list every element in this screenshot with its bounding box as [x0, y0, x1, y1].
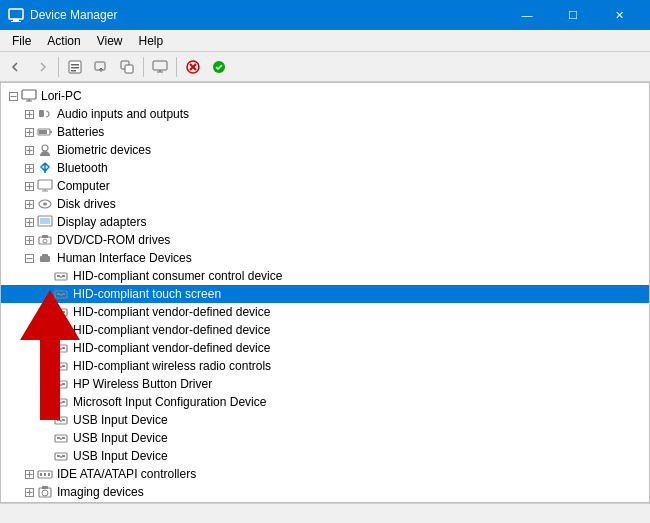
svg-rect-121: [42, 486, 48, 489]
svg-point-80: [60, 330, 62, 332]
svg-rect-79: [62, 329, 65, 331]
hid-device-icon: [53, 394, 69, 410]
scan-button[interactable]: [115, 55, 139, 79]
tree-item-hpwireless[interactable]: HP Wireless Button Driver: [1, 375, 649, 393]
tree-item-biometric[interactable]: Biometric devices: [1, 141, 649, 159]
tree-label-imaging: Imaging devices: [57, 485, 144, 499]
tree-item-bluetooth[interactable]: Bluetooth: [1, 159, 649, 177]
tree-item-usb1[interactable]: USB Input Device: [1, 411, 649, 429]
tree-item-dvd[interactable]: DVD/CD-ROM drives: [1, 231, 649, 249]
tree-item-msconfig[interactable]: Microsoft Input Configuration Device: [1, 393, 649, 411]
hid-device-icon: [53, 358, 69, 374]
back-button[interactable]: [4, 55, 28, 79]
disk-icon: [37, 196, 53, 212]
tree-label-usb3: USB Input Device: [73, 449, 168, 463]
tree-item-root[interactable]: Lori-PC: [1, 87, 649, 105]
tree-item-usb3[interactable]: USB Input Device: [1, 447, 649, 465]
maximize-button[interactable]: ☐: [550, 0, 596, 30]
uninstall-button[interactable]: [181, 55, 205, 79]
title-bar: Device Manager — ☐ ✕: [0, 0, 650, 30]
bluetooth-icon: [37, 160, 53, 176]
tree-item-hid2[interactable]: HID-compliant touch screen: [1, 285, 649, 303]
svg-rect-0: [9, 9, 23, 19]
computer-sm-icon: [37, 178, 53, 194]
svg-rect-74: [57, 311, 60, 313]
svg-rect-103: [62, 437, 65, 439]
tree-item-hid[interactable]: Human Interface Devices: [1, 249, 649, 267]
tree-item-hid6[interactable]: HID-compliant wireless radio controls: [1, 357, 649, 375]
svg-point-88: [60, 366, 62, 368]
tree-item-hid3[interactable]: HID-compliant vendor-defined device: [1, 303, 649, 321]
svg-rect-70: [57, 293, 60, 295]
menu-file[interactable]: File: [4, 32, 39, 50]
svg-rect-59: [42, 235, 48, 238]
tree-label-hid1: HID-compliant consumer control device: [73, 269, 282, 283]
tree-label-hid3: HID-compliant vendor-defined device: [73, 305, 270, 319]
hid-device-icon: [53, 376, 69, 392]
toolbar: [0, 52, 650, 82]
battery-icon: [37, 124, 53, 140]
tree-label-dvd: DVD/CD-ROM drives: [57, 233, 170, 247]
forward-button[interactable]: [30, 55, 54, 79]
hid-device-icon: [53, 340, 69, 356]
svg-rect-19: [22, 90, 36, 99]
tree-label-msconfig: Microsoft Input Configuration Device: [73, 395, 266, 409]
svg-rect-10: [153, 61, 167, 70]
tree-item-ide[interactable]: IDE ATA/ATAPI controllers: [1, 465, 649, 483]
svg-rect-1: [13, 19, 19, 21]
menu-view[interactable]: View: [89, 32, 131, 50]
svg-rect-82: [57, 347, 60, 349]
tree-item-computer[interactable]: Computer: [1, 177, 649, 195]
svg-rect-5: [71, 67, 79, 69]
tree-item-usb2[interactable]: USB Input Device: [1, 429, 649, 447]
enable-button[interactable]: [207, 55, 231, 79]
menu-help[interactable]: Help: [131, 32, 172, 50]
tree-label-usb1: USB Input Device: [73, 413, 168, 427]
svg-rect-94: [57, 401, 60, 403]
app-icon: [8, 7, 24, 23]
svg-rect-91: [62, 383, 65, 385]
tree-item-diskdrives[interactable]: Disk drives: [1, 195, 649, 213]
tree-item-imaging[interactable]: Imaging devices: [1, 483, 649, 501]
svg-point-104: [60, 438, 62, 440]
svg-rect-83: [62, 347, 65, 349]
tree-item-batteries[interactable]: Batteries: [1, 123, 649, 141]
window-controls: — ☐ ✕: [504, 0, 642, 30]
imaging-icon: [37, 484, 53, 500]
svg-rect-42: [38, 180, 52, 189]
svg-rect-90: [57, 383, 60, 385]
close-button[interactable]: ✕: [596, 0, 642, 30]
svg-point-96: [60, 402, 62, 404]
hid-device-icon: [53, 304, 69, 320]
svg-rect-71: [62, 293, 65, 295]
svg-rect-106: [57, 455, 60, 457]
biometric-icon: [37, 142, 53, 158]
tree-item-hid5[interactable]: HID-compliant vendor-defined device: [1, 339, 649, 357]
svg-rect-115: [48, 473, 50, 476]
tree-item-hid1[interactable]: HID-compliant consumer control device: [1, 267, 649, 285]
tree-item-hid4[interactable]: HID-compliant vendor-defined device: [1, 321, 649, 339]
properties-button[interactable]: [63, 55, 87, 79]
hid-device-icon: [53, 268, 69, 284]
update-driver-button[interactable]: [89, 55, 113, 79]
tree-label-hid: Human Interface Devices: [57, 251, 192, 265]
svg-point-92: [60, 384, 62, 386]
tree-item-displayadapters[interactable]: Display adapters: [1, 213, 649, 231]
hid-device-icon: [53, 448, 69, 464]
svg-point-76: [60, 312, 62, 314]
computer-button[interactable]: [148, 55, 172, 79]
svg-rect-31: [39, 130, 47, 134]
svg-rect-25: [39, 110, 44, 117]
minimize-button[interactable]: —: [504, 0, 550, 30]
tree-label-hid5: HID-compliant vendor-defined device: [73, 341, 270, 355]
svg-rect-4: [71, 64, 79, 66]
svg-point-108: [60, 456, 62, 458]
toolbar-separator-3: [176, 57, 177, 77]
svg-point-60: [43, 239, 47, 243]
tree-item-audio[interactable]: Audio inputs and outputs: [1, 105, 649, 123]
tree-label-hid6: HID-compliant wireless radio controls: [73, 359, 271, 373]
svg-point-100: [60, 420, 62, 422]
menu-action[interactable]: Action: [39, 32, 88, 50]
tree-label-diskdrives: Disk drives: [57, 197, 116, 211]
device-tree[interactable]: Lori-PCAudio inputs and outputsBatteries…: [1, 83, 649, 502]
